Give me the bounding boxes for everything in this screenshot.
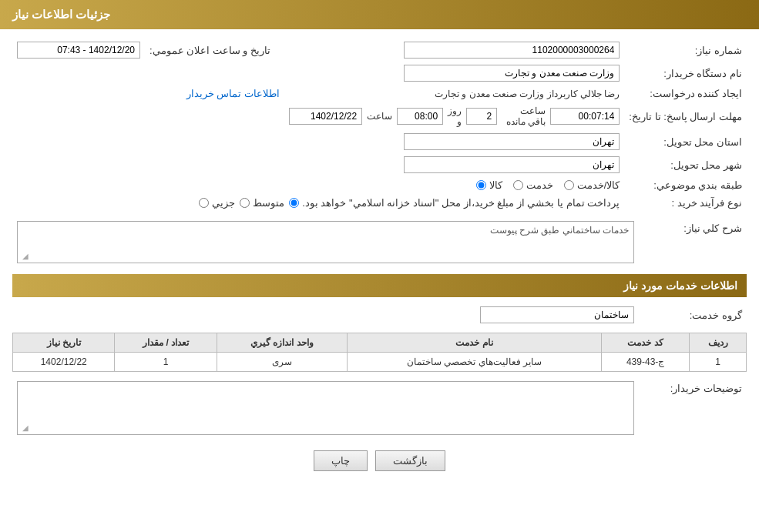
cell-date: 1402/12/22 [13, 353, 115, 372]
back-button[interactable]: بازگشت [375, 450, 445, 471]
services-section-header: اطلاعات خدمات مورد نياز [12, 274, 747, 297]
page-wrapper: جزئيات اطلاعات نياز شماره نياز: تاريخ و … [0, 0, 759, 532]
need-summary-label: شرح كلي نياز: [639, 218, 747, 266]
send-deadline-cell: ساعت باقي مانده روز و ساعت [284, 102, 624, 130]
buyer-desc-label: توضيحات خريدار: [639, 378, 747, 438]
process-jozii-radio[interactable] [199, 198, 209, 208]
table-row: 1 ج-43-439 ساير فعاليت‌هاي تخصصي ساختمان… [13, 353, 747, 372]
category-kala-khidmat[interactable]: كالا/خدمت [564, 179, 620, 191]
buyer-desc-table: توضيحات خريدار: ◢ [12, 378, 747, 438]
service-group-cell [12, 303, 639, 326]
service-group-table: گروه خدمت: [12, 303, 747, 326]
service-group-input[interactable] [480, 306, 634, 323]
days-label: روز و [448, 105, 462, 127]
process-esnad-label: پرداخت تمام يا بخشي از مبلغ خريد،از محل … [302, 197, 620, 209]
time-label: ساعت [367, 111, 392, 122]
cell-name: ساير فعاليت‌هاي تخصصي ساختمان [348, 353, 602, 372]
info-table: شماره نياز: تاريخ و ساعت اعلان عمومي: نا… [12, 38, 747, 212]
category-khidmat-radio[interactable] [513, 180, 523, 190]
buyer-contact-link[interactable]: اطلاعات تماس خريدار [186, 88, 280, 99]
remaining-time-input[interactable] [550, 108, 620, 125]
need-summary-table: شرح كلي نياز: خدمات ساختماني طبق شرح پيو… [12, 218, 747, 266]
resize-handle: ◢ [19, 252, 29, 261]
category-khidmat[interactable]: خدمت [513, 179, 553, 191]
delivery-province-input[interactable] [404, 133, 620, 150]
need-summary-cell: خدمات ساختماني طبق شرح پيوست ◢ [12, 218, 639, 266]
buyer-desc-resize: ◢ [19, 423, 29, 433]
cell-quantity: 1 [115, 353, 217, 372]
category-kala-khidmat-label: كالا/خدمت [577, 179, 620, 191]
process-jozii[interactable]: جزيي [199, 197, 235, 209]
creator-cell: رضا جلالي كاربرداز وزارت صنعت معدن و تجا… [284, 85, 624, 102]
announce-datetime-label: تاريخ و ساعت اعلان عمومي: [145, 38, 275, 62]
delivery-city-label: شهر محل تحويل: [624, 153, 747, 176]
category-kala-label: كالا [489, 179, 502, 191]
need-summary-area: خدمات ساختماني طبق شرح پيوست ◢ [17, 221, 634, 263]
buyer-org-input[interactable] [404, 65, 620, 82]
col-header-code: كد خدمت [602, 333, 690, 353]
category-cell: كالا/خدمت خدمت كالا [284, 176, 624, 194]
cell-unit: سرى [217, 353, 348, 372]
delivery-province-label: استان محل تحويل: [624, 130, 747, 153]
announce-datetime-input[interactable] [17, 42, 140, 59]
need-number-input[interactable] [404, 42, 620, 59]
creator-label: ايجاد كننده درخواست: [624, 85, 747, 102]
buyer-desc-cell: ◢ [12, 378, 639, 438]
process-motavasset-radio[interactable] [240, 198, 250, 208]
print-button[interactable]: چاپ [314, 450, 368, 471]
category-kala-khidmat-radio[interactable] [564, 180, 574, 190]
service-group-label: گروه خدمت: [639, 303, 747, 326]
services-data-table: رديف كد خدمت نام خدمت واحد اندازه گيري ت… [12, 333, 747, 372]
col-header-rownum: رديف [690, 333, 747, 353]
process-esnad[interactable]: پرداخت تمام يا بخشي از مبلغ خريد،از محل … [289, 197, 620, 209]
days-input[interactable] [466, 108, 497, 125]
send-deadline-label: مهلت ارسال پاسخ: تا تاريخ: [624, 102, 747, 130]
col-header-quantity: تعداد / مقدار [115, 333, 217, 353]
col-header-name: نام خدمت [348, 333, 602, 353]
page-title: جزئيات اطلاعات نياز [12, 8, 110, 21]
buyer-org-cell [284, 62, 624, 85]
process-motavasset-label: متوسط [253, 197, 284, 209]
col-header-unit: واحد اندازه گيري [217, 333, 348, 353]
cell-code: ج-43-439 [602, 353, 690, 372]
page-header: جزئيات اطلاعات نياز [0, 0, 759, 29]
delivery-province-cell [284, 130, 624, 153]
process-type-label: نوع فرآيند خريد : [624, 194, 747, 212]
process-jozii-label: جزيي [212, 197, 235, 209]
cell-rownum: 1 [690, 353, 747, 372]
category-label: طبقه بندي موضوعي: [624, 176, 747, 194]
col-header-date: تاريخ نياز [13, 333, 115, 353]
process-motavasset[interactable]: متوسط [240, 197, 284, 209]
time-input[interactable] [397, 108, 443, 125]
main-content: شماره نياز: تاريخ و ساعت اعلان عمومي: نا… [0, 29, 759, 493]
buyer-desc-area: ◢ [17, 381, 634, 435]
process-esnad-radio[interactable] [289, 198, 299, 208]
deadline-date-input[interactable] [289, 108, 362, 125]
buyer-org-label: نام دستگاه خريدار: [624, 62, 747, 85]
remaining-time-label: ساعت باقي مانده [502, 105, 546, 127]
category-kala-radio[interactable] [476, 180, 486, 190]
delivery-city-input[interactable] [404, 156, 620, 173]
need-number-label: شماره نياز: [624, 38, 747, 62]
process-type-cell: پرداخت تمام يا بخشي از مبلغ خريد،از محل … [12, 194, 624, 212]
creator-name: رضا جلالي كاربرداز وزارت صنعت معدن و تجا… [435, 89, 620, 99]
action-buttons: بازگشت چاپ [12, 450, 747, 471]
category-kala[interactable]: كالا [476, 179, 502, 191]
category-khidmat-label: خدمت [526, 179, 553, 191]
announce-datetime-cell [12, 38, 145, 62]
need-summary-text: خدمات ساختماني طبق شرح پيوست [490, 225, 629, 236]
need-number-cell [284, 38, 624, 62]
delivery-city-cell [284, 153, 624, 176]
